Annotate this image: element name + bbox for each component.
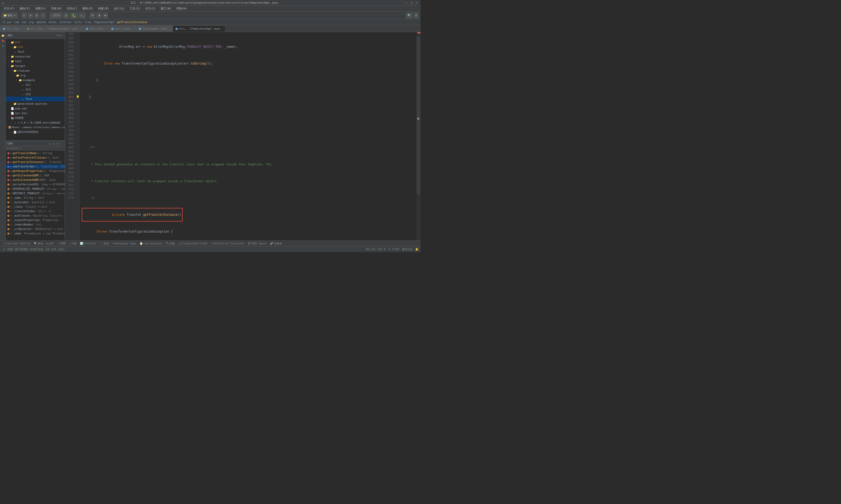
- breadcrumb-class[interactable]: TemplatesImpl: [94, 21, 114, 24]
- search-everywhere-btn[interactable]: 🔍: [406, 13, 413, 18]
- tree-item-target[interactable]: ▾ 📁 target: [6, 64, 65, 68]
- side-icon-project[interactable]: 📁: [1, 33, 5, 38]
- breadcrumb-sun[interactable]: sun: [21, 21, 26, 24]
- tree-item-pom[interactable]: 📄 pom.xml: [6, 106, 65, 111]
- toolbar-prev[interactable]: ◀: [97, 13, 102, 18]
- tab-close-srczip[interactable]: ✕: [79, 28, 80, 30]
- code-content[interactable]: 436 437 438 439 440 441 442 443 444 445 …: [65, 32, 420, 240]
- run-btn[interactable]: ▶: [63, 13, 69, 18]
- struct-item-6[interactable]: m setStylesheetDOM(DOM): void: [6, 178, 65, 182]
- breadcrumb-rtjar[interactable]: rt.jar: [2, 21, 12, 24]
- tree-item-extlibs[interactable]: ▾ 📚 外部库: [6, 115, 65, 120]
- bottom-tab-todo[interactable]: ✓ TODO: [55, 241, 67, 246]
- tab-cc3-java[interactable]: CC3.java ✕: [0, 25, 24, 32]
- tab-test-class[interactable]: Test.class ✕: [108, 25, 136, 32]
- struct-item-14[interactable]: f _auxClasses: Map<String, Class<?>> = n…: [6, 213, 65, 218]
- project-tree-toggle[interactable]: 📁 项目 ▾: [2, 13, 18, 18]
- breadcrumb-internal[interactable]: internal: [59, 21, 72, 24]
- tree-item-cc6-class[interactable]: ☕ CC6: [6, 92, 65, 96]
- tree-item-maven[interactable]: ▸ 📦 Maven: commons-collections:commons-c…: [6, 125, 65, 130]
- struct-item-13[interactable]: f _transletIndex: int = -1: [6, 209, 65, 213]
- tree-item-cc6[interactable]: ▾ 📁 CC6: [6, 44, 65, 49]
- coverage-btn[interactable]: ▷̲: [79, 13, 86, 18]
- struct-f3[interactable]: ☰: [11, 147, 13, 150]
- menu-navigate[interactable]: 导航(N): [49, 6, 64, 11]
- bottom-tab-terminal[interactable]: ⬛ 终端: [98, 241, 110, 246]
- breadcrumb-apache[interactable]: apache: [36, 21, 46, 24]
- struct-item-0[interactable]: m getTransletName(): String: [6, 151, 65, 156]
- tree-item-example[interactable]: ▾ 📁 example: [6, 78, 65, 83]
- bottom-tab-log-analyzer[interactable]: 📋 Log Analyzer: [138, 241, 164, 246]
- tab-srczip-templates[interactable]: src.zip\...\TemplatesImpl.java ✕: [24, 25, 83, 32]
- tree-item-test[interactable]: ▸ 📁 test: [6, 59, 65, 64]
- struct-f6[interactable]: ▷: [17, 147, 19, 150]
- debug-btn[interactable]: 🐛: [70, 13, 78, 18]
- tab-close-test-class[interactable]: ✕: [132, 28, 133, 30]
- tree-item-generated[interactable]: ▸ 📁 generated-sources: [6, 101, 65, 106]
- toolbar-sync[interactable]: ⟳: [90, 13, 96, 18]
- notification-icon[interactable]: 🔔: [415, 248, 418, 251]
- menu-window[interactable]: 窗口(W): [158, 6, 174, 11]
- breadcrumb-trax[interactable]: trax: [85, 21, 91, 24]
- breadcrumb-method[interactable]: getTransletInstance: [117, 21, 147, 24]
- bottom-tab-problems[interactable]: ⚠ 问题: [67, 241, 78, 246]
- struct-f4[interactable]: ♦: [13, 147, 15, 150]
- struct-f7[interactable]: ↗: [19, 147, 20, 150]
- tab-classloader[interactable]: ClassLoader.java ✕: [136, 25, 173, 32]
- bottom-tab-build[interactable]: 🔨 构建: [164, 241, 176, 246]
- bottom-tab-salesforce-functions[interactable]: ⚡ Salesforce Functions: [209, 241, 246, 246]
- bottom-tab-deps[interactable]: 🔗 依赖项: [268, 241, 283, 246]
- side-icon-structure[interactable]: ⚙: [1, 43, 5, 48]
- tree-item-org[interactable]: ▾ 📁 org: [6, 73, 65, 78]
- tab-close-test-java[interactable]: ✕: [104, 28, 106, 30]
- bottom-tab-vcs[interactable]: ⎇ Version Control: [2, 241, 32, 246]
- struct-item-15[interactable]: f _outputProperties: Properties: [6, 218, 65, 222]
- struct-btn-filter[interactable]: ⚙: [56, 142, 59, 145]
- menu-vcs[interactable]: VCS(S): [143, 6, 158, 11]
- toolbar-next[interactable]: ▶: [103, 13, 108, 18]
- bottom-tab-profiler[interactable]: 📊 Profiler: [78, 241, 98, 246]
- menu-file[interactable]: 文件(F): [2, 6, 17, 11]
- menu-refactor[interactable]: 重构(R): [80, 6, 96, 11]
- pt-btn-1[interactable]: ⊕: [57, 34, 58, 37]
- tree-item-jdk[interactable]: ▸ ☕ < 1.8 > D:\JAVA_env\jdk8u65: [6, 120, 65, 125]
- breadcrumb-xalan[interactable]: xalan: [49, 21, 56, 24]
- breadcrumb-com[interactable]: com: [14, 21, 19, 24]
- close-btn[interactable]: ✕: [415, 1, 418, 4]
- struct-item-10[interactable]: f _name: String = null: [6, 196, 65, 200]
- pt-btn-3[interactable]: —: [62, 34, 63, 37]
- struct-item-9[interactable]: f ABSTRACT_TRANSLET: String = "com.sun.o…: [6, 191, 65, 196]
- maximize-btn[interactable]: □: [410, 1, 413, 4]
- tree-item-cc3folder[interactable]: ▾ 📁 CC3: [6, 40, 65, 44]
- struct-item-17[interactable]: f _uriResolver: URIResolver = null: [6, 227, 65, 231]
- tree-item-test-root[interactable]: ☕ Test: [6, 49, 65, 54]
- struct-item-2[interactable]: m getTransletInstance(): Translet: [6, 160, 65, 164]
- toolbar-btn-4[interactable]: —: [40, 13, 46, 18]
- tree-item-cc3-class[interactable]: ☕ CC3: [6, 87, 65, 92]
- menu-help[interactable]: 帮助(H): [174, 6, 189, 11]
- status-position[interactable]: 451:33: [366, 248, 375, 251]
- pt-btn-2[interactable]: ⚙: [59, 34, 61, 37]
- bottom-tab-run[interactable]: ▶ 运行: [45, 241, 55, 246]
- tree-item-resources[interactable]: ▸ 📁 resources: [6, 54, 65, 59]
- menu-code[interactable]: 代码(C): [65, 6, 80, 11]
- struct-btn-close[interactable]: —: [60, 142, 63, 145]
- breadcrumb-xsltc[interactable]: xsltc: [74, 21, 82, 24]
- menu-view[interactable]: 视图(V): [33, 6, 48, 11]
- status-event-log[interactable]: 事件日志: [402, 248, 413, 251]
- struct-item-1[interactable]: m defineTransletClasses(): void: [6, 156, 65, 160]
- tree-item-classes[interactable]: ▾ 📁 classes: [6, 68, 65, 73]
- toolbar-btn-3[interactable]: ⚙: [34, 13, 39, 18]
- menu-build[interactable]: 构建(B): [96, 6, 111, 11]
- menu-tools[interactable]: 工具(S): [127, 6, 143, 11]
- tab-close-classloader[interactable]: ✕: [168, 28, 170, 30]
- struct-item-16[interactable]: f _indentNumber: int: [6, 222, 65, 227]
- struct-item-12[interactable]: f _class: Class[] = null: [6, 204, 65, 209]
- tree-item-test-class-selected[interactable]: ☕ Test: [6, 96, 65, 101]
- minimize-btn[interactable]: —: [405, 1, 408, 4]
- bottom-tab-find[interactable]: 🔍 查找: [32, 241, 45, 246]
- tree-item-cc1-class[interactable]: ☕ CC1: [6, 83, 65, 87]
- struct-btn-alpha[interactable]: α: [52, 142, 55, 145]
- tab-close-src-templates[interactable]: ✕: [221, 28, 222, 30]
- struct-item-5[interactable]: m getStylesheetDOM(): DOM: [6, 173, 65, 178]
